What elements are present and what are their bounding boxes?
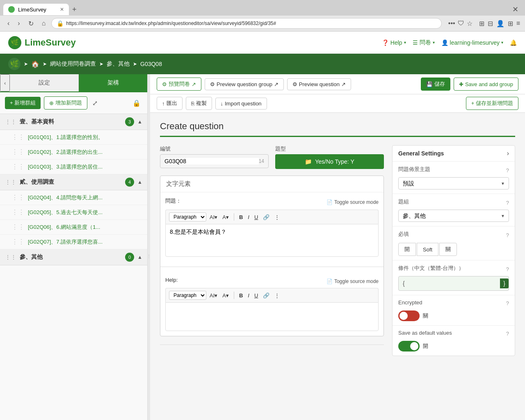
save-add-group-button[interactable]: ✚ Save and add group xyxy=(454,78,518,91)
more-options-button[interactable]: ••• xyxy=(448,20,455,27)
import-button[interactable]: ↓ Import question xyxy=(215,98,267,110)
save-add-question-button[interactable]: + 儲存並新增問題 xyxy=(466,97,518,110)
panel-toggle-button[interactable]: › xyxy=(507,150,509,157)
gear-icon-2: ⚙ xyxy=(210,81,215,87)
link-button[interactable]: 🔗 xyxy=(261,213,271,221)
group-collapse-1[interactable]: ▲ xyxy=(137,119,142,125)
mandatory-off-button[interactable]: 關 xyxy=(439,243,457,256)
default-toggle[interactable] xyxy=(398,341,420,352)
add-group-button[interactable]: + 新增群組 xyxy=(5,97,41,109)
tabs-icon[interactable]: ⊟ xyxy=(488,20,493,27)
import-icon: ↓ xyxy=(221,100,224,107)
group-header-3[interactable]: ⋮⋮ 參、其他 0 ▲ xyxy=(0,249,147,265)
theme-help[interactable]: ? xyxy=(506,167,509,173)
condition-section: 條件（中文（繁體-台灣）） ? { } xyxy=(393,260,515,295)
toggle-source-button-1[interactable]: 📄 Toggle source mode xyxy=(326,199,379,205)
export-button[interactable]: ↑ 匯出 xyxy=(157,97,183,110)
menu-icon[interactable]: ≡ xyxy=(516,20,520,27)
more-btn[interactable]: ⋮ xyxy=(273,213,281,221)
font-color-btn[interactable]: A▾ xyxy=(221,213,231,221)
active-tab[interactable]: LimeSurvey ✕ xyxy=(3,4,69,15)
group-header-1[interactable]: ⋮⋮ 壹、基本資料 3 ▲ xyxy=(0,114,147,130)
main-layout: ‹ 設定 架構 + 新增群組 ⊕ 增加新問題 ⤢ 🔒 ⋮⋮ 壹、基本資料 3 ▲… xyxy=(0,74,525,420)
list-item[interactable]: ⋮⋮ [G02Q05]、5.過去七天每天使... xyxy=(0,205,147,220)
preview-question-button[interactable]: ⚙ Preview question ↗ xyxy=(287,78,351,90)
help-font-color-btn[interactable]: A▾ xyxy=(221,292,231,299)
list-item[interactable]: ⋮⋮ [G01Q03]、3.請選擇您的居住... xyxy=(0,160,147,174)
condition-help[interactable]: ? xyxy=(506,266,509,272)
help-more-btn[interactable]: ⋮ xyxy=(273,292,281,299)
mandatory-help[interactable]: ? xyxy=(506,232,509,238)
forward-button[interactable]: › xyxy=(15,19,22,28)
user-menu-button[interactable]: 👤 learning-limesurvey ▾ xyxy=(441,39,503,46)
help-paragraph-select[interactable]: Paragraph xyxy=(169,291,206,300)
tab-settings[interactable]: 設定 xyxy=(10,74,79,91)
bookmarks-icon[interactable]: ⊞ xyxy=(479,20,484,27)
preview-survey-button[interactable]: ⚙ 預覽問卷 ↗ xyxy=(157,78,201,91)
condition-input[interactable]: { } xyxy=(398,276,509,291)
home-button[interactable]: ⌂ xyxy=(39,19,48,28)
extensions-icon[interactable]: ⊞ xyxy=(508,20,513,27)
group-collapse-3[interactable]: ▲ xyxy=(137,254,142,260)
mandatory-on-button[interactable]: 開 xyxy=(398,243,416,256)
help-italic-button[interactable]: I xyxy=(246,292,251,299)
italic-button[interactable]: I xyxy=(246,213,251,221)
back-button[interactable]: ‹ xyxy=(5,19,12,28)
separator-2 xyxy=(160,345,384,345)
survey-menu-button[interactable]: ☰ 問卷 ▾ xyxy=(413,39,435,46)
list-item[interactable]: ⋮⋮ [G02Q07]、7.請依序選擇您喜... xyxy=(0,235,147,249)
shield-icon[interactable]: 🛡 xyxy=(458,20,464,27)
number-input[interactable] xyxy=(164,158,259,164)
encrypted-help[interactable]: ? xyxy=(506,300,509,306)
bold-button[interactable]: B xyxy=(237,213,244,221)
encrypted-toggle[interactable] xyxy=(398,310,420,321)
profile-icon[interactable]: 👤 xyxy=(496,20,504,27)
lock-icon[interactable]: 🔒 xyxy=(131,98,142,109)
mandatory-soft-button[interactable]: Soft xyxy=(417,243,438,256)
tab-structure[interactable]: 架構 xyxy=(79,74,147,91)
list-item[interactable]: ⋮⋮ [G02Q06]、6.網站滿意度（1... xyxy=(0,220,147,235)
group-select[interactable]: 參、其他 xyxy=(398,210,509,222)
group-badge-2: 4 xyxy=(125,178,134,187)
mandatory-toggle-group: 開 Soft 關 xyxy=(398,243,509,256)
help-link-button[interactable]: 🔗 xyxy=(261,292,271,299)
url-box[interactable]: 🔒 https://limesurvey.imacat.idv.tw/index… xyxy=(51,18,442,29)
group-label: 題組 xyxy=(398,198,409,205)
save-button[interactable]: 💾 儲存 xyxy=(421,78,450,91)
help-button[interactable]: ❓ Help ▾ xyxy=(382,39,406,46)
group-breadcrumb[interactable]: 參、其他 xyxy=(107,60,130,68)
type-button[interactable]: 📁 Yes/No Type: Y xyxy=(275,154,384,169)
survey-breadcrumb[interactable]: 網站使用問卷調查 xyxy=(50,60,96,68)
preview-group-button[interactable]: ⚙ Preview question group ↗ xyxy=(205,78,284,90)
group-help[interactable]: ? xyxy=(506,200,509,206)
tab-close-button[interactable]: ✕ xyxy=(60,7,64,12)
paragraph-select[interactable]: Paragraph xyxy=(169,212,206,221)
browser-close-button[interactable]: ✕ xyxy=(509,3,522,16)
list-item[interactable]: ⋮⋮ [G01Q01]、1.請選擇您的性別。 xyxy=(0,130,147,145)
help-underline-button[interactable]: U xyxy=(253,292,260,299)
theme-select[interactable]: 預設 xyxy=(398,177,509,189)
expand-icon[interactable]: ⤢ xyxy=(91,98,99,109)
toggle-source-button-2[interactable]: 📄 Toggle source mode xyxy=(326,278,379,284)
notifications-button[interactable]: 🔔 xyxy=(510,39,517,46)
font-size-btn[interactable]: AI▾ xyxy=(208,213,219,221)
tab-title: LimeSurvey xyxy=(18,7,46,13)
list-item[interactable]: ⋮⋮ [G02Q04]、4.請問您每天上網... xyxy=(0,190,147,205)
problem-editor-content[interactable]: 8.您是不是本站會員？ xyxy=(165,224,379,257)
refresh-button[interactable]: ↻ xyxy=(26,19,36,28)
new-tab-button[interactable]: + xyxy=(69,4,80,16)
add-question-button[interactable]: ⊕ 增加新問題 xyxy=(44,96,87,110)
help-bold-button[interactable]: B xyxy=(237,292,244,299)
copy-button[interactable]: ⎘ 複製 xyxy=(186,97,212,110)
help-editor-content[interactable] xyxy=(165,302,379,331)
home-icon[interactable]: 🏠 xyxy=(31,60,39,68)
star-icon[interactable]: ☆ xyxy=(467,20,472,27)
underline-button[interactable]: U xyxy=(253,213,260,221)
help-font-size-btn[interactable]: AI▾ xyxy=(208,292,219,299)
default-help[interactable]: ? xyxy=(506,331,509,337)
divider-1 xyxy=(234,213,234,221)
sidebar-collapse-button[interactable]: ‹ xyxy=(0,74,10,91)
list-item[interactable]: ⋮⋮ [G01Q02]、2.請選擇您的出生... xyxy=(0,145,147,160)
group-header-2[interactable]: ⋮⋮ 貳、使用調查 4 ▲ xyxy=(0,174,147,190)
group-collapse-2[interactable]: ▲ xyxy=(137,179,142,185)
